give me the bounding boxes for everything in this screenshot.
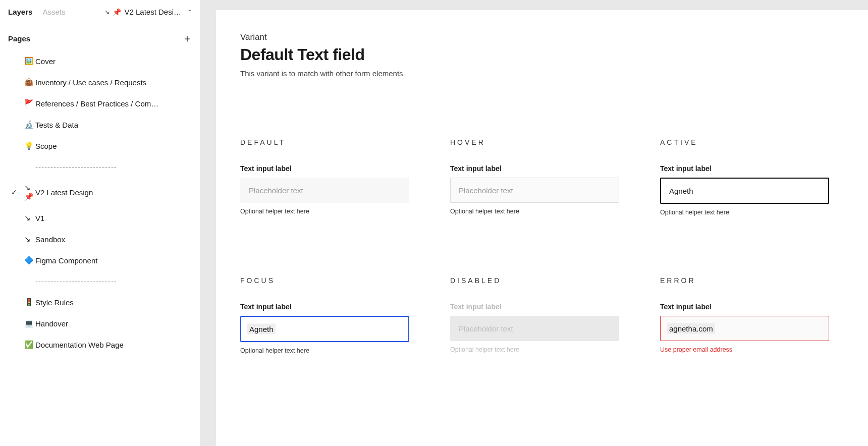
state-error: ERROR Text input label agnetha.com Use p… [660,276,867,354]
state-hover: HOVER Text input label Optional helper t… [450,138,657,216]
page-icon: ↘ 📌 [24,183,35,201]
text-input-hover[interactable] [450,178,619,203]
page-icon: 👜 [24,78,35,87]
helper-text: Optional helper text here [240,347,447,354]
state-heading: ERROR [660,276,867,285]
page-label: V1 [35,214,44,222]
pages-heading: Pages [8,34,30,43]
field-label: Text input label [450,164,657,173]
page-item[interactable]: 🔷Figma Component [0,250,200,271]
field-label: Text input label [660,164,867,173]
page-label: V2 Latest Design [35,188,93,197]
state-active: ACTIVE Text input label Optional helper … [660,138,867,216]
state-heading: HOVER [450,138,657,146]
helper-text: Optional helper text here [450,346,657,353]
tab-assets[interactable]: Assets [42,8,65,16]
pages-header: Pages ＋ [0,24,200,48]
page-icon: 💻 [24,319,35,328]
page-item[interactable]: 🖼️Cover [0,50,200,72]
page-icon: 🔷 [24,256,35,265]
add-page-button[interactable]: ＋ [182,33,192,43]
helper-text: Optional helper text here [660,209,867,216]
arrow-down-right-icon: ↘ [104,9,110,16]
field-label: Text input label [240,303,447,311]
page-item[interactable]: ↘V1 [0,207,200,229]
page-label: Cover [35,57,56,66]
page-label: Tests & Data [35,121,78,129]
page-item[interactable]: 🚩References / Best Practices / Com… [0,93,200,114]
page-selector-label: V2 Latest Desi… [124,8,181,16]
field-label: Text input label [450,303,657,311]
page-item[interactable]: ↘Sandbox [0,229,200,250]
page-selector[interactable]: ↘ 📌 V2 Latest Desi… ⌃ [104,8,192,16]
text-input-default[interactable] [240,178,409,203]
layers-panel: Layers Assets ↘ 📌 V2 Latest Desi… ⌃ Page… [0,0,201,446]
page-item[interactable]: 💡Scope [0,135,200,156]
text-input-focus[interactable] [240,316,409,342]
page-label: Figma Component [35,256,97,265]
page-label: --------------------------- [35,162,117,171]
variant-description: This variant is to match with other form… [240,69,848,78]
page-item[interactable]: ✅Documentation Web Page [0,334,200,355]
page-icon: 🚩 [24,99,35,108]
page-list: 🖼️Cover👜Inventory / Use cases / Requests… [0,48,200,357]
page-icon: ✅ [24,340,35,349]
states-grid: DEFAULT Text input label Optional helper… [240,138,848,354]
text-input-active[interactable] [660,178,829,204]
state-disabled: DISABLED Text input label Optional helpe… [450,276,657,354]
canvas[interactable]: Variant Default Text field This variant … [201,0,868,446]
page-label: Inventory / Use cases / Requests [35,78,146,87]
variant-eyebrow: Variant [240,32,848,42]
pin-icon: 📌 [113,8,121,16]
page-item[interactable]: 💻Handover [0,313,200,334]
page-label: Scope [35,142,57,150]
state-default: DEFAULT Text input label Optional helper… [240,138,447,216]
state-heading: DEFAULT [240,138,447,146]
page-icon: 🔬 [24,120,35,129]
state-heading: FOCUS [240,276,447,285]
panel-tabs: Layers Assets ↘ 📌 V2 Latest Desi… ⌃ [0,0,200,24]
page-label: Style Rules [35,298,74,307]
page-item[interactable]: 👜Inventory / Use cases / Requests [0,72,200,93]
page-icon: 💡 [24,141,35,150]
page-icon: 🚦 [24,298,35,307]
page-label: Handover [35,319,68,328]
artboard[interactable]: Variant Default Text field This variant … [216,10,868,446]
state-heading: DISABLED [450,276,657,285]
page-label: --------------------------- [35,277,117,286]
page-item[interactable]: ↘ 📌V2 Latest Design [0,177,200,207]
page-item[interactable]: 🔬Tests & Data [0,114,200,135]
field-label: Text input label [240,164,447,173]
text-input-error[interactable] [660,316,829,341]
helper-text: Optional helper text here [450,208,657,215]
page-icon: ↘ [24,235,35,244]
page-label: References / Best Practices / Com… [35,99,158,108]
page-label: Sandbox [35,235,65,244]
field-label: Text input label [660,303,867,311]
tab-layers[interactable]: Layers [8,8,32,16]
helper-text-error: Use proper email address [660,346,867,353]
state-heading: ACTIVE [660,138,867,146]
page-icon: ↘ [24,213,35,222]
chevron-up-icon: ⌃ [187,9,192,16]
helper-text: Optional helper text here [240,208,447,215]
page-label: Documentation Web Page [35,341,124,349]
page-item[interactable]: 🚦Style Rules [0,292,200,313]
page-divider: --------------------------- [0,156,200,177]
page-divider: --------------------------- [0,271,200,292]
state-focus: FOCUS Text input label Agneth Optional h… [240,276,447,354]
page-icon: 🖼️ [24,57,35,66]
text-input-disabled [450,316,619,341]
variant-title: Default Text field [240,45,848,64]
